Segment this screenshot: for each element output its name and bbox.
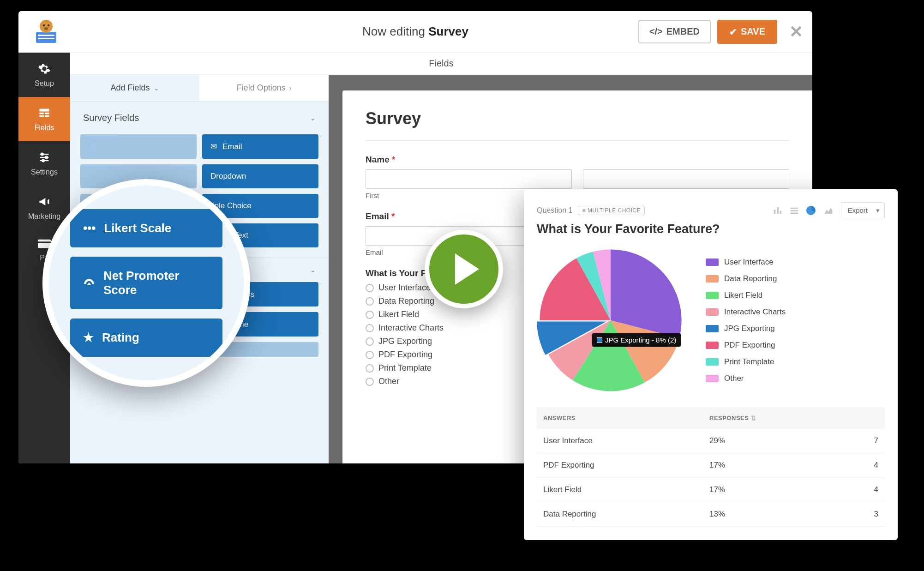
field-chip-dropdown[interactable]: Dropdown [202,164,318,188]
legend-item: User Interface [706,258,885,267]
chevron-right-icon: › [289,84,292,92]
tab-field-options[interactable]: Field Options› [199,75,329,101]
sliders-icon [37,150,51,164]
results-panel: Question 1 ≡MULTIPLE CHOICE Export What … [524,189,898,540]
field-chip-likert[interactable]: ••• Likert Scale [70,209,222,247]
embed-button[interactable]: </> EMBED [638,20,711,43]
svg-point-16 [45,156,48,159]
dots-icon: ••• [83,221,96,235]
rail-item-settings[interactable]: Settings [18,141,70,186]
code-icon: </> [649,26,663,37]
radio-icon [366,378,374,386]
chevron-down-icon: ⌄ [310,266,316,274]
form-title: Survey [366,109,789,141]
svg-point-15 [41,153,43,156]
area-chart-icon[interactable] [823,205,834,216]
legend-item: PDF Exporting [706,341,885,350]
radio-icon [366,284,374,292]
field-chip-rating[interactable]: ★ Rating [70,319,222,357]
question-number: Question 1 [537,206,572,215]
svg-point-17 [42,160,44,162]
field-chip-email[interactable]: ✉Email [202,134,318,159]
svg-rect-9 [45,113,49,114]
radio-icon [366,351,374,359]
pie-chart-icon[interactable] [806,205,817,216]
legend-item: Likert Field [706,291,885,300]
star-icon: ★ [83,331,94,345]
svg-point-4 [43,24,45,26]
rail-item-setup[interactable]: Setup [18,53,70,97]
close-button[interactable]: ✕ [789,22,803,42]
field-chip-nps[interactable]: Net Promoter Score [70,257,222,309]
chevron-down-icon: ⌄ [310,114,316,122]
radio-icon [366,311,374,319]
legend-item: Data Reporting [706,274,885,283]
results-question-title: What is Your Favorite Feature? [537,222,885,236]
col-responses[interactable]: RESPONSES ⇅ [709,415,857,421]
last-name-input[interactable] [583,169,789,189]
survey-fields-section[interactable]: Survey Fields⌄ [70,102,329,134]
svg-point-5 [48,24,49,26]
question-type-badge: ≡MULTIPLE CHOICE [578,206,645,215]
pie-chart: JPG Exporting - 8% (2) [537,246,694,394]
chart-tooltip: JPG Exporting - 8% (2) [592,333,681,347]
svg-rect-25 [790,212,798,214]
app-logo [28,13,65,50]
magnifier-callout: ••• Likert Scale Net Promoter Score ★ Ra… [42,179,250,387]
user-icon: 👤 [89,142,98,151]
chevron-down-icon: ⌄ [154,84,159,92]
legend-item: JPG Exporting [706,324,885,333]
svg-rect-22 [780,210,781,213]
megaphone-icon [37,195,51,209]
legend-item: Interactive Charts [706,307,885,317]
table-row: Data Reporting13%3 [537,502,885,527]
svg-rect-20 [774,210,775,214]
first-name-input[interactable] [366,169,572,189]
save-button[interactable]: ✔ SAVE [717,20,777,44]
play-icon [455,253,479,285]
radio-icon [366,364,374,373]
radio-icon [366,324,374,332]
svg-rect-10 [40,115,44,117]
play-video-button[interactable] [425,230,503,308]
tooltip-swatch [597,337,602,343]
svg-rect-1 [38,35,54,36]
svg-rect-24 [790,210,798,211]
legend-item: Other [706,374,885,383]
section-bar-title: Fields [70,53,812,75]
radio-icon [366,337,374,346]
svg-rect-21 [777,207,779,214]
export-dropdown[interactable]: Export [841,202,885,218]
top-bar: Now editing Survey </> EMBED ✔ SAVE ✕ [18,11,812,53]
svg-rect-2 [38,38,54,39]
name-label: Name * [366,155,789,165]
results-table: ANSWERS RESPONSES ⇅ User Interface29%7PD… [537,407,885,527]
table-row: Likert Field17%4 [537,478,885,502]
svg-rect-8 [40,113,44,114]
check-icon: ✔ [729,26,737,37]
svg-rect-11 [45,115,49,117]
tab-add-fields[interactable]: Add Fields⌄ [70,75,199,101]
list-view-icon[interactable] [789,205,799,216]
svg-rect-23 [790,207,798,209]
bar-chart-icon[interactable] [773,205,783,216]
envelope-icon: ✉ [210,142,217,151]
svg-rect-19 [38,241,51,243]
layout-icon [37,106,51,120]
table-row: PDF Exporting17%4 [537,453,885,478]
sort-icon: ⇅ [751,415,756,421]
rail-item-fields[interactable]: Fields [18,97,70,141]
svg-rect-0 [36,32,56,43]
field-chip[interactable]: 👤 [80,134,197,159]
legend-item: Print Template [706,357,885,367]
table-row: User Interface29%7 [537,429,885,453]
list-icon: ≡ [582,207,586,214]
chart-legend: User InterfaceData ReportingLikert Field… [706,258,885,383]
gear-icon [37,62,51,76]
col-answers: ANSWERS [543,415,709,421]
svg-rect-7 [40,109,49,112]
svg-point-3 [40,20,53,33]
radio-icon [366,297,374,306]
gauge-icon [83,277,95,289]
svg-point-6 [44,27,48,30]
